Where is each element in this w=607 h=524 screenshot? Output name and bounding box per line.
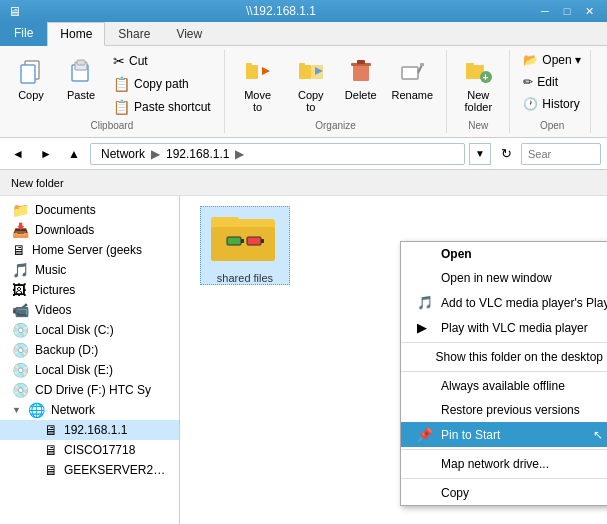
context-open[interactable]: Open (401, 242, 607, 266)
sidebar-item-label-localdiske: Local Disk (E:) (35, 363, 113, 377)
sidebar-item-pictures[interactable]: 🖼 Pictures (0, 280, 179, 300)
context-open-new-window-label: Open in new window (441, 271, 552, 285)
ribbon-group-organize: Move to Copy to (225, 50, 448, 133)
tab-file[interactable]: File (0, 22, 47, 46)
svg-rect-17 (420, 63, 424, 66)
title-bar-title: \\192.168.1.1 (27, 4, 535, 18)
context-sep-4 (401, 478, 607, 479)
sidebar-item-label-music: Music (35, 263, 66, 277)
sidebar-item-label-backupd: Backup (D:) (35, 343, 98, 357)
sidebar-item-label-network: Network (51, 403, 95, 417)
copy-path-label: Copy path (134, 77, 189, 91)
address-dropdown-button[interactable]: ▼ (469, 143, 491, 165)
address-path[interactable]: Network ▶ 192.168.1.1 ▶ (90, 143, 465, 165)
sidebar-item-music[interactable]: 🎵 Music (0, 260, 179, 280)
svg-marker-7 (262, 67, 270, 75)
svg-rect-9 (299, 63, 305, 66)
network-expand-icon: ▼ (12, 405, 22, 415)
context-play-vlc[interactable]: ▶ Play with VLC media player (401, 315, 607, 340)
context-add-vlc[interactable]: 🎵 Add to VLC media player's Playlist (401, 290, 607, 315)
refresh-button[interactable]: ↻ (495, 143, 517, 165)
cut-button[interactable]: ✂ Cut (108, 50, 216, 72)
edit-button[interactable]: ✏ Edit (518, 72, 563, 92)
network-icon: 🌐 (28, 402, 45, 418)
folder-item-shared[interactable]: shared files (200, 206, 290, 285)
context-restore-versions[interactable]: Restore previous versions (401, 398, 607, 422)
sidebar-item-label-cisco: CISCO17718 (64, 443, 135, 457)
cut-icon: ✂ (113, 53, 125, 69)
tab-view[interactable]: View (163, 22, 215, 46)
up-button[interactable]: ▲ (62, 143, 86, 165)
context-pin-to-start[interactable]: 📌 Pin to Start ↖ (401, 422, 607, 447)
pictures-icon: 🖼 (12, 282, 26, 298)
new-folder-toolbar-button[interactable]: New folder (6, 174, 69, 192)
sidebar-item-downloads[interactable]: 📥 Downloads (0, 220, 179, 240)
rename-button[interactable]: Rename (386, 50, 438, 106)
sidebar-item-videos[interactable]: 📹 Videos (0, 300, 179, 320)
new-folder-button[interactable]: + New folder (455, 50, 501, 118)
copy-to-button[interactable]: Copy to (286, 50, 335, 118)
rename-label: Rename (392, 89, 434, 101)
forward-button[interactable]: ► (34, 143, 58, 165)
main-area: 📁 Documents 📥 Downloads 🖥 Home Server (g… (0, 196, 607, 524)
path-network[interactable]: Network (99, 147, 147, 161)
context-open-new-window[interactable]: Open in new window (401, 266, 607, 290)
svg-rect-1 (21, 65, 35, 83)
svg-rect-15 (402, 67, 418, 79)
copy-to-label: Copy to (293, 89, 328, 113)
cursor-arrow: ↖ (593, 428, 603, 442)
context-play-vlc-label: Play with VLC media player (441, 321, 588, 335)
ribbon: File Home Share View Copy (0, 22, 607, 138)
copy-icon (15, 55, 47, 87)
search-input[interactable] (521, 143, 601, 165)
back-button[interactable]: ◄ (6, 143, 30, 165)
svg-rect-30 (211, 227, 275, 261)
ribbon-tabs: File Home Share View (0, 22, 607, 46)
copy-button[interactable]: Copy (8, 50, 54, 106)
properties-button[interactable]: i Properties (599, 50, 607, 129)
sidebar-item-cddriveF[interactable]: 💿 CD Drive (F:) HTC Sy (0, 380, 179, 400)
tab-home[interactable]: Home (47, 22, 105, 46)
edit-label: Edit (537, 75, 558, 89)
new-folder-label: New folder (462, 89, 494, 113)
close-button[interactable]: ✕ (579, 3, 599, 19)
open-icon: 📂 (523, 53, 538, 67)
copy-path-button[interactable]: 📋 Copy path (108, 73, 216, 95)
path-ip[interactable]: 192.168.1.1 (164, 147, 231, 161)
svg-rect-34 (261, 239, 264, 243)
maximize-button[interactable]: □ (557, 3, 577, 19)
sidebar-item-documents[interactable]: 📁 Documents (0, 200, 179, 220)
context-always-offline[interactable]: Always available offline (401, 374, 607, 398)
paste-shortcut-label: Paste shortcut (134, 100, 211, 114)
open-button[interactable]: 📂 Open ▾ (518, 50, 586, 70)
move-to-button[interactable]: Move to (233, 50, 283, 118)
cddriveF-icon: 💿 (12, 382, 29, 398)
sidebar-item-ip1[interactable]: 🖥 192.168.1.1 (0, 420, 179, 440)
context-map-drive[interactable]: Map network drive... (401, 452, 607, 476)
context-copy[interactable]: Copy (401, 481, 607, 505)
sidebar-item-localdiskc[interactable]: 💿 Local Disk (C:) (0, 320, 179, 340)
play-vlc-icon: ▶ (417, 320, 433, 335)
sidebar-item-homeserver[interactable]: 🖥 Home Server (geeks (0, 240, 179, 260)
sidebar-item-label-ip1: 192.168.1.1 (64, 423, 127, 437)
sidebar-item-label-cddriveF: CD Drive (F:) HTC Sy (35, 383, 151, 397)
history-icon: 🕐 (523, 97, 538, 111)
sidebar-item-backupd[interactable]: 💿 Backup (D:) (0, 340, 179, 360)
sidebar-item-geekserver[interactable]: 🖥 GEEKSERVER2011 (0, 460, 179, 480)
tab-share[interactable]: Share (105, 22, 163, 46)
sidebar-item-localdiske[interactable]: 💿 Local Disk (E:) (0, 360, 179, 380)
delete-button[interactable]: Delete (339, 50, 382, 106)
paste-shortcut-button[interactable]: 📋 Paste shortcut (108, 96, 216, 118)
ribbon-group-new: + New folder New (447, 50, 510, 133)
context-show-desktop[interactable]: Show this folder on the desktop (401, 345, 607, 369)
organize-items: Move to Copy to (233, 50, 439, 118)
cisco-icon: 🖥 (44, 442, 58, 458)
sidebar-item-label-downloads: Downloads (35, 223, 94, 237)
history-button[interactable]: 🕐 History (518, 94, 584, 114)
paste-button[interactable]: Paste (58, 50, 104, 106)
sidebar-item-cisco[interactable]: 🖥 CISCO17718 (0, 440, 179, 460)
sidebar-item-network[interactable]: ▼ 🌐 Network (0, 400, 179, 420)
minimize-button[interactable]: ─ (535, 3, 555, 19)
clipboard-items: Copy Paste ✂ (8, 50, 216, 118)
open-label: Open ▾ (542, 53, 581, 67)
